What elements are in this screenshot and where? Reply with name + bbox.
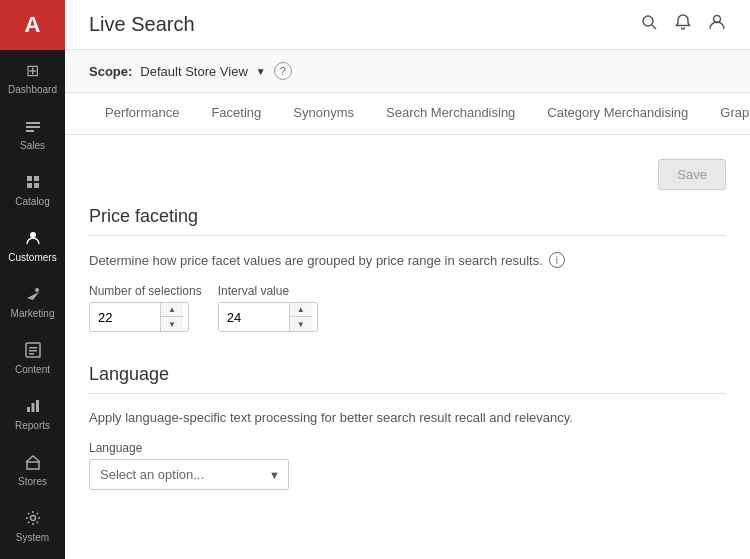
svg-point-9 [35,288,39,292]
svg-rect-4 [34,176,39,181]
language-select[interactable]: Select an option... [90,460,261,489]
svg-line-23 [652,25,656,29]
scope-select[interactable]: Default Store View ▼ [140,64,265,79]
interval-value-label: Interval value [218,284,318,298]
dashboard-icon: ⊞ [23,60,43,80]
language-section: Language Apply language-specific text pr… [89,364,726,490]
header-icons [640,13,726,36]
system-icon [23,508,43,528]
number-of-selections-spinners: ▲ ▼ [160,303,183,331]
number-of-selections-label: Number of selections [89,284,202,298]
svg-rect-17 [27,462,39,469]
tab-search-merchandising[interactable]: Search Merchandising [370,93,531,134]
interval-value-spinners: ▲ ▼ [289,303,312,331]
sidebar: A ⊞ Dashboard Sales Catalog Customers Ma… [0,0,65,559]
sales-icon [23,116,43,136]
sidebar-item-catalog[interactable]: Catalog [0,162,65,218]
language-divider [89,393,726,394]
bell-icon[interactable] [674,13,692,36]
header: Live Search [65,0,750,50]
sidebar-item-label: Reports [15,420,50,432]
tab-graphql[interactable]: GraphQL [704,93,750,134]
page-title: Live Search [89,13,195,36]
tab-synonyms[interactable]: Synonyms [277,93,370,134]
sidebar-item-label: Catalog [15,196,49,208]
number-of-selections-input-wrap: ▲ ▼ [89,302,189,332]
scope-label: Scope: [89,64,132,79]
sidebar-item-dashboard[interactable]: ⊞ Dashboard [0,50,65,106]
svg-point-7 [30,232,36,238]
svg-rect-15 [31,403,34,412]
interval-value-input[interactable] [219,303,289,331]
svg-rect-5 [27,183,32,188]
user-icon[interactable] [708,13,726,36]
save-area: Save [89,159,726,190]
language-select-wrap: Select an option... ▼ [89,459,289,490]
svg-rect-16 [36,400,39,412]
scope-value: Default Store View [140,64,247,79]
price-faceting-section: Price faceting Determine how price facet… [89,206,726,332]
price-faceting-fields: Number of selections ▲ ▼ Interval value [89,284,726,332]
svg-point-18 [30,516,35,521]
customers-icon [23,228,43,248]
number-of-selections-down[interactable]: ▼ [161,317,183,331]
sidebar-item-label: System [16,532,49,544]
price-faceting-title: Price faceting [89,206,726,227]
sidebar-item-find-partners[interactable]: Find Partners & Extensions [0,554,65,559]
number-of-selections-up[interactable]: ▲ [161,303,183,317]
price-faceting-info-icon[interactable]: i [549,252,565,268]
sidebar-item-marketing[interactable]: Marketing [0,274,65,330]
tab-category-merchandising[interactable]: Category Merchandising [531,93,704,134]
sidebar-item-label: Stores [18,476,47,488]
svg-rect-11 [29,347,37,349]
scope-help-icon[interactable]: ? [274,62,292,80]
sidebar-item-sales[interactable]: Sales [0,106,65,162]
catalog-icon [23,172,43,192]
scope-bar: Scope: Default Store View ▼ ? [65,50,750,93]
number-of-selections-input[interactable] [90,303,160,331]
main-content: Live Search Scope: Default Store View ▼ … [65,0,750,559]
svg-rect-2 [26,130,34,132]
stores-icon [23,452,43,472]
settings-content: Save Price faceting Determine how price … [65,135,750,559]
language-desc: Apply language-specific text processing … [89,410,726,425]
content-icon [23,340,43,360]
sidebar-item-label: Dashboard [8,84,57,96]
sidebar-item-content[interactable]: Content [0,330,65,386]
price-faceting-desc: Determine how price facet values are gro… [89,252,726,268]
reports-icon [23,396,43,416]
save-button[interactable]: Save [658,159,726,190]
tabs: Performance Faceting Synonyms Search Mer… [65,93,750,135]
interval-value-down[interactable]: ▼ [290,317,312,331]
svg-rect-6 [34,183,39,188]
svg-rect-13 [29,353,34,355]
sidebar-item-stores[interactable]: Stores [0,442,65,498]
section-divider [89,235,726,236]
svg-rect-0 [26,122,40,124]
search-icon[interactable] [640,13,658,36]
scope-dropdown-icon: ▼ [256,66,266,77]
sidebar-logo[interactable]: A [0,0,65,50]
svg-point-22 [643,16,653,26]
sidebar-item-reports[interactable]: Reports [0,386,65,442]
number-of-selections-field: Number of selections ▲ ▼ [89,284,202,332]
sidebar-item-label: Marketing [11,308,55,320]
interval-value-up[interactable]: ▲ [290,303,312,317]
svg-rect-14 [27,407,30,412]
sidebar-item-system[interactable]: System [0,498,65,554]
svg-rect-3 [27,176,32,181]
sidebar-item-label: Sales [20,140,45,152]
language-label: Language [89,441,726,455]
sidebar-item-label: Content [15,364,50,376]
marketing-icon [23,284,43,304]
svg-rect-12 [29,350,37,352]
interval-value-field: Interval value ▲ ▼ [218,284,318,332]
language-title: Language [89,364,726,385]
tab-faceting[interactable]: Faceting [195,93,277,134]
tab-performance[interactable]: Performance [89,93,195,134]
language-field: Language Select an option... ▼ [89,441,726,490]
logo-letter: A [25,12,41,38]
sidebar-item-customers[interactable]: Customers [0,218,65,274]
sidebar-item-label: Customers [8,252,56,264]
svg-rect-1 [26,126,40,128]
